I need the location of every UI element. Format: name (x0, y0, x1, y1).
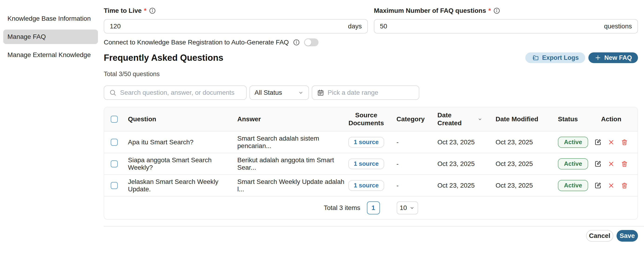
row-checkbox[interactable] (111, 160, 118, 167)
row-checkbox[interactable] (111, 139, 118, 146)
sidebar-item-manage-external-knowledge[interactable]: Manage External Knowledge (3, 48, 98, 62)
settings-form-row: Time to Live * 120 days Maximum Number o… (104, 7, 638, 34)
delete-trash-button[interactable] (621, 160, 628, 168)
sidebar-item-knowledge-base-information[interactable]: Knowledge Base Information (3, 12, 98, 26)
edit-button[interactable] (594, 160, 602, 168)
time-to-live-label-row: Time to Live * (104, 7, 368, 15)
edit-button[interactable] (594, 182, 602, 189)
header-answer: Answer (234, 115, 345, 123)
manage-faq-page: Knowledge Base Information Manage FAQ Ma… (0, 0, 644, 257)
max-faq-label-row: Maximum Number of FAQ questions * (374, 7, 638, 15)
faq-total-count: Total 3/50 questions (104, 71, 160, 78)
cancel-button[interactable]: Cancel (586, 230, 613, 242)
sort-chevron-down-icon (478, 117, 482, 122)
search-icon (109, 89, 117, 97)
export-logs-button[interactable]: Export Logs (525, 52, 585, 63)
pagination-total: Total 3 items (324, 204, 360, 212)
header-source-documents: Source Documents (345, 111, 387, 127)
deactivate-x-button[interactable] (608, 160, 615, 167)
page-size-value: 10 (400, 204, 407, 212)
table-row: Apa itu Smart Search? Smart Search adala… (104, 131, 638, 153)
header-date-created-label: Date Created (438, 111, 476, 127)
source-count-chip[interactable]: 1 source (348, 159, 384, 169)
footer-actions: Cancel Save (586, 230, 638, 242)
pagination-page-1-button[interactable]: 1 (367, 201, 380, 214)
header-category: Category (387, 115, 424, 123)
faq-table-header: Question Answer Source Documents Categor… (104, 107, 638, 131)
max-faq-suffix: questions (604, 23, 632, 30)
sidebar-item-label: Manage External Knowledge (8, 51, 91, 59)
status-filter-value: All Status (254, 89, 282, 96)
max-faq-label: Maximum Number of FAQ questions (374, 7, 486, 15)
max-faq-input[interactable]: 50 questions (374, 19, 638, 34)
header-date-created[interactable]: Date Created (424, 111, 482, 127)
plus-icon (594, 54, 602, 61)
cell-category: - (387, 160, 424, 168)
search-placeholder: Search question, answer, or documents (120, 89, 234, 96)
max-faq-value: 50 (380, 23, 387, 30)
time-to-live-value: 120 (110, 23, 121, 30)
save-button[interactable]: Save (616, 230, 638, 242)
select-all-checkbox[interactable] (111, 116, 118, 123)
info-icon[interactable] (493, 7, 500, 14)
delete-trash-button[interactable] (621, 139, 628, 146)
status-badge: Active (558, 180, 588, 191)
new-faq-label: New FAQ (604, 54, 632, 62)
header-date-modified: Date Modified (482, 115, 543, 123)
sidebar-item-manage-faq[interactable]: Manage FAQ (3, 30, 98, 44)
info-icon[interactable] (149, 7, 156, 14)
faq-header-buttons: Export Logs New FAQ (525, 52, 638, 63)
header-question: Question (124, 115, 234, 123)
edit-button[interactable] (594, 139, 602, 146)
calendar-icon (317, 89, 324, 96)
date-range-picker[interactable]: Pick a date range (312, 85, 419, 100)
main-content: Time to Live * 120 days Maximum Number o… (104, 0, 638, 257)
header-status: Status (543, 115, 585, 123)
delete-trash-button[interactable] (621, 182, 628, 189)
faq-filters: Search question, answer, or documents Al… (104, 85, 419, 100)
source-count-chip[interactable]: 1 source (348, 137, 384, 148)
sidebar: Knowledge Base Information Manage FAQ Ma… (0, 12, 104, 66)
cell-date-created: Oct 23, 2025 (424, 182, 482, 189)
row-checkbox[interactable] (111, 182, 118, 189)
cell-date-modified: Oct 23, 2025 (482, 160, 543, 168)
auto-generate-toggle-row: Connect to Knowledge Base Registration t… (104, 38, 318, 47)
date-range-placeholder: Pick a date range (328, 89, 378, 96)
time-to-live-label: Time to Live (104, 7, 142, 15)
cell-date-created: Oct 23, 2025 (424, 160, 482, 168)
deactivate-x-button[interactable] (608, 139, 615, 146)
chevron-down-icon (409, 205, 415, 211)
search-input[interactable]: Search question, answer, or documents (104, 85, 246, 100)
required-asterisk: * (144, 7, 146, 15)
header-action: Action (585, 115, 638, 123)
time-to-live-suffix: days (348, 23, 362, 30)
status-badge: Active (558, 158, 588, 169)
export-logs-label: Export Logs (542, 54, 579, 62)
auto-generate-toggle[interactable] (304, 38, 318, 46)
chevron-down-icon (298, 90, 304, 96)
cell-question: Apa itu Smart Search? (124, 139, 234, 146)
cell-category: - (387, 139, 424, 146)
auto-generate-label: Connect to Knowledge Base Registration t… (104, 39, 289, 46)
toggle-knob (305, 39, 311, 46)
cell-category: - (387, 182, 424, 189)
folder-export-icon (532, 54, 539, 62)
faq-table: Question Answer Source Documents Categor… (104, 107, 638, 220)
source-count-chip[interactable]: 1 source (348, 180, 384, 191)
status-filter-select[interactable]: All Status (250, 85, 309, 100)
cell-date-modified: Oct 23, 2025 (482, 139, 543, 146)
page-size-select[interactable]: 10 (397, 201, 418, 214)
page-title: Frequently Asked Questions (104, 53, 223, 63)
cell-date-modified: Oct 23, 2025 (482, 182, 543, 189)
time-to-live-input[interactable]: 120 days (104, 19, 368, 34)
faq-section-header: Frequently Asked Questions Export Logs (104, 51, 638, 64)
table-row: Siapa anggota Smart Search Weekly? Berik… (104, 153, 638, 174)
cell-question: Siapa anggota Smart Search Weekly? (124, 156, 234, 171)
required-asterisk: * (488, 7, 491, 15)
deactivate-x-button[interactable] (608, 182, 615, 189)
footer-divider (104, 226, 644, 226)
new-faq-button[interactable]: New FAQ (588, 52, 638, 63)
table-pagination: Total 3 items 1 10 (104, 196, 638, 219)
info-icon[interactable] (293, 39, 300, 46)
status-badge: Active (558, 137, 588, 148)
